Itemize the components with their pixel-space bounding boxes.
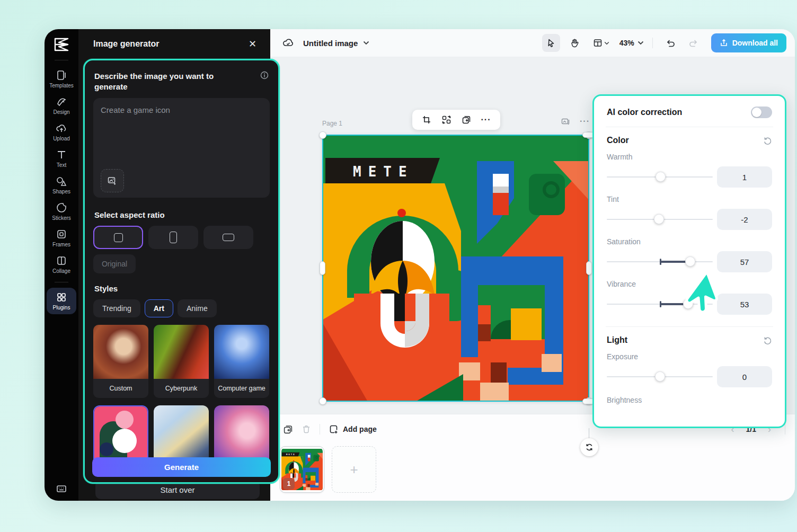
redo-button[interactable] bbox=[685, 34, 703, 52]
sidebar-item-label: Collage bbox=[52, 268, 70, 274]
layout-tool-button[interactable] bbox=[589, 34, 614, 52]
square-ratio-icon bbox=[114, 233, 123, 242]
page-more-icon[interactable]: ··· bbox=[580, 117, 590, 126]
tint-slider[interactable] bbox=[607, 219, 713, 220]
sidebar-divider bbox=[55, 282, 68, 282]
page-thumbnail-1[interactable]: 1 bbox=[280, 446, 324, 493]
aspect-landscape-button[interactable] bbox=[203, 226, 253, 249]
board-icon bbox=[593, 38, 603, 48]
shapes-icon bbox=[56, 175, 67, 187]
add-page-thumbnail-button[interactable]: + bbox=[332, 446, 376, 493]
canvas-area: Page 1 ··· ··· bbox=[270, 57, 795, 414]
warmth-value[interactable]: 1 bbox=[717, 166, 772, 188]
slider-knob[interactable] bbox=[683, 299, 693, 309]
toggle-knob bbox=[752, 108, 761, 117]
page-number-badge: 1 bbox=[283, 478, 295, 490]
slider-knob[interactable] bbox=[654, 214, 664, 224]
page-images-icon[interactable] bbox=[561, 117, 570, 126]
chevron-down-icon bbox=[604, 41, 609, 45]
landscape-ratio-icon bbox=[223, 234, 234, 241]
more-options-icon[interactable]: ··· bbox=[481, 115, 491, 125]
warmth-slider[interactable] bbox=[607, 176, 713, 178]
slider-center-tick bbox=[660, 301, 661, 307]
reset-light-icon[interactable] bbox=[763, 336, 772, 345]
sidebar-item-stickers[interactable]: Stickers bbox=[47, 198, 76, 225]
delete-page-button[interactable] bbox=[302, 424, 311, 434]
add-reference-image-button[interactable] bbox=[101, 169, 124, 192]
sidebar-item-upload[interactable]: Upload bbox=[47, 119, 76, 145]
selection-toolbar: ··· bbox=[412, 110, 500, 130]
upload-cloud-icon bbox=[56, 122, 67, 134]
image-generator-panel: Image generator ✕ Start over Describe th… bbox=[78, 29, 270, 501]
chevron-down-icon[interactable] bbox=[363, 41, 369, 45]
sidebar-item-shapes[interactable]: Shapes bbox=[47, 172, 76, 198]
aspect-square-button[interactable] bbox=[93, 226, 143, 249]
stickers-icon bbox=[56, 202, 67, 214]
style-tab-trending[interactable]: Trending bbox=[93, 299, 140, 317]
duplicate-button[interactable] bbox=[462, 115, 471, 125]
canvas-page[interactable] bbox=[322, 135, 589, 402]
select-tool-button[interactable] bbox=[542, 34, 560, 52]
document-title[interactable]: Untitled image bbox=[303, 39, 358, 48]
style-card-computer-game[interactable]: Computer game bbox=[214, 325, 269, 398]
tint-value[interactable]: -2 bbox=[717, 209, 772, 230]
style-card-image bbox=[154, 325, 209, 379]
generate-button[interactable]: Generate bbox=[92, 457, 271, 477]
slider-knob[interactable] bbox=[656, 172, 666, 182]
style-tab-anime[interactable]: Anime bbox=[178, 299, 217, 317]
aspect-original-button[interactable]: Original bbox=[93, 254, 136, 273]
sidebar-item-frames[interactable]: Frames bbox=[47, 225, 76, 251]
rotate-handle-line bbox=[589, 428, 589, 439]
download-all-button[interactable]: Download all bbox=[711, 33, 786, 52]
undo-button[interactable] bbox=[661, 34, 679, 52]
undo-icon bbox=[666, 38, 675, 48]
aspect-portrait-button[interactable] bbox=[148, 226, 198, 249]
resize-handle-top-left[interactable] bbox=[319, 131, 326, 139]
crop-button[interactable] bbox=[422, 115, 431, 125]
sidebar-item-label: Stickers bbox=[52, 215, 71, 221]
info-icon[interactable] bbox=[260, 71, 269, 79]
saturation-slider[interactable] bbox=[607, 261, 713, 262]
resize-handle-right[interactable] bbox=[586, 261, 592, 275]
sidebar-item-templates[interactable]: Templates bbox=[47, 66, 76, 92]
sidebar-item-label: Text bbox=[57, 162, 66, 168]
light-section-title: Light bbox=[607, 335, 627, 345]
export-icon bbox=[720, 39, 728, 47]
slider-label-warmth: Warmth bbox=[607, 153, 772, 161]
toolbar-divider bbox=[652, 38, 653, 48]
style-card-label: Cyberpunk bbox=[154, 379, 209, 398]
exposure-value[interactable]: 0 bbox=[717, 366, 772, 387]
styles-label: Styles bbox=[94, 284, 269, 293]
style-card-cyberpunk[interactable]: Cyberpunk bbox=[154, 325, 209, 398]
ai-color-correction-toggle[interactable] bbox=[751, 107, 772, 118]
sidebar-divider bbox=[55, 60, 68, 60]
keyboard-shortcuts-icon[interactable] bbox=[56, 483, 67, 494]
style-tab-art[interactable]: Art bbox=[145, 299, 173, 317]
sidebar-item-design[interactable]: Design bbox=[47, 92, 76, 119]
capcut-logo-icon bbox=[52, 37, 70, 52]
hand-tool-button[interactable] bbox=[565, 34, 583, 52]
zoom-level: 43% bbox=[619, 39, 634, 47]
zoom-level-control[interactable]: 43% bbox=[619, 39, 644, 47]
rotate-handle[interactable] bbox=[580, 438, 598, 456]
slider-knob[interactable] bbox=[655, 371, 665, 382]
reset-color-icon[interactable] bbox=[763, 136, 772, 145]
duplicate-page-button[interactable] bbox=[283, 424, 293, 435]
resize-handle-bottom-left[interactable] bbox=[319, 397, 326, 405]
slider-knob[interactable] bbox=[685, 256, 695, 267]
style-card-custom[interactable]: Custom bbox=[93, 325, 148, 398]
sidebar-item-plugins[interactable]: Plugins bbox=[47, 288, 76, 314]
vibrance-value[interactable]: 53 bbox=[717, 294, 772, 315]
panel-title: AI color correction bbox=[607, 108, 682, 117]
add-page-button[interactable]: Add page bbox=[329, 424, 377, 435]
close-icon[interactable]: ✕ bbox=[249, 39, 256, 49]
sidebar-item-text[interactable]: Text bbox=[47, 145, 76, 172]
templates-icon bbox=[56, 69, 67, 81]
cloud-saved-icon[interactable] bbox=[282, 37, 295, 49]
replace-button[interactable] bbox=[441, 115, 451, 125]
exposure-slider[interactable] bbox=[607, 376, 713, 377]
saturation-value[interactable]: 57 bbox=[717, 251, 772, 272]
sidebar-item-collage[interactable]: Collage bbox=[47, 251, 76, 278]
vibrance-slider[interactable] bbox=[607, 304, 713, 305]
resize-handle-left[interactable] bbox=[320, 261, 325, 275]
